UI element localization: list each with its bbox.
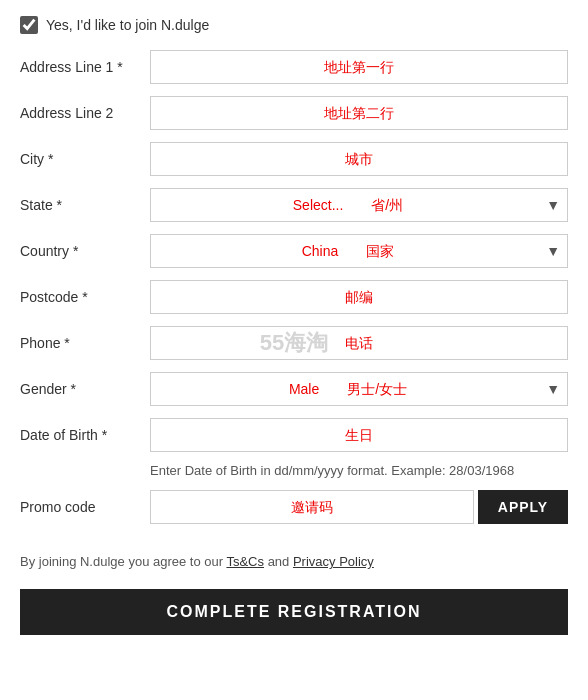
join-ndulge-label: Yes, I'd like to join N.dulge xyxy=(46,17,209,33)
postcode-label: Postcode * xyxy=(20,289,150,305)
dob-label: Date of Birth * xyxy=(20,427,150,443)
country-select[interactable]: China 国家 xyxy=(150,234,568,268)
address-line2-input[interactable] xyxy=(150,96,568,130)
country-row: Country * China 国家 ▼ xyxy=(20,232,568,270)
postcode-input[interactable] xyxy=(150,280,568,314)
address-line2-row: Address Line 2 xyxy=(20,94,568,132)
terms-between: and xyxy=(264,554,293,569)
state-row: State * Select... 省/州 ▼ xyxy=(20,186,568,224)
phone-label: Phone * xyxy=(20,335,150,351)
country-select-wrapper: China 国家 ▼ xyxy=(150,234,568,268)
gender-label: Gender * xyxy=(20,381,150,397)
privacy-link[interactable]: Privacy Policy xyxy=(293,554,374,569)
terms-before: By joining N.dulge you agree to our xyxy=(20,554,226,569)
city-row: City * xyxy=(20,140,568,178)
country-label: Country * xyxy=(20,243,150,259)
join-ndulge-checkbox[interactable] xyxy=(20,16,38,34)
state-label: State * xyxy=(20,197,150,213)
city-label: City * xyxy=(20,151,150,167)
complete-registration-button[interactable]: COMPLETE REGISTRATION xyxy=(20,589,568,635)
gender-select[interactable]: Male 男士/女士 Female xyxy=(150,372,568,406)
promo-input[interactable] xyxy=(150,490,474,524)
promo-label: Promo code xyxy=(20,499,150,515)
address-line1-row: Address Line 1 * xyxy=(20,48,568,86)
state-select[interactable]: Select... 省/州 xyxy=(150,188,568,222)
city-input[interactable] xyxy=(150,142,568,176)
gender-select-wrapper: Male 男士/女士 Female ▼ xyxy=(150,372,568,406)
gender-row: Gender * Male 男士/女士 Female ▼ xyxy=(20,370,568,408)
promo-row: Promo code APPLY xyxy=(20,488,568,526)
phone-row: Phone * 55海淘 xyxy=(20,324,568,362)
address-line1-input[interactable] xyxy=(150,50,568,84)
dob-input[interactable] xyxy=(150,418,568,452)
phone-input[interactable] xyxy=(150,326,568,360)
dob-hint: Enter Date of Birth in dd/mm/yyyy format… xyxy=(150,462,568,480)
terms-link[interactable]: Ts&Cs xyxy=(226,554,264,569)
dob-row: Date of Birth * xyxy=(20,416,568,454)
terms-text: By joining N.dulge you agree to our Ts&C… xyxy=(20,554,568,569)
postcode-row: Postcode * xyxy=(20,278,568,316)
state-select-wrapper: Select... 省/州 ▼ xyxy=(150,188,568,222)
address-line2-label: Address Line 2 xyxy=(20,105,150,121)
address-line1-label: Address Line 1 * xyxy=(20,59,150,75)
apply-button[interactable]: APPLY xyxy=(478,490,568,524)
